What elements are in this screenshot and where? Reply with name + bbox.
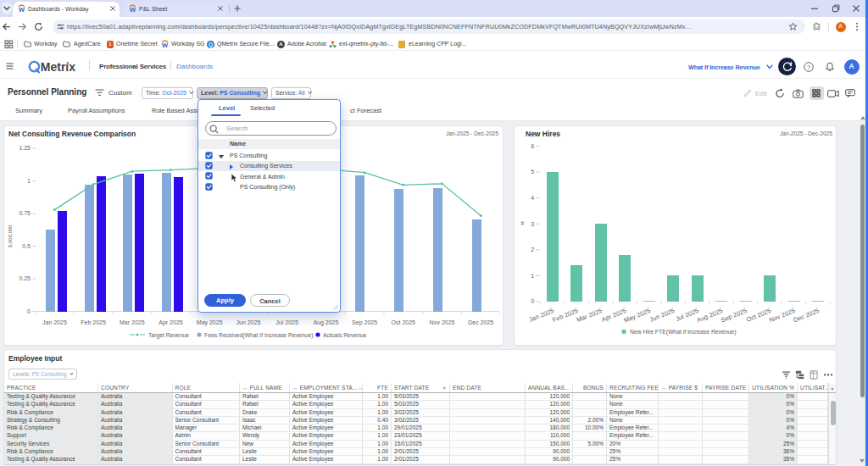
svg-text:#: #	[521, 220, 525, 226]
svg-text:1.25: 1.25	[19, 145, 31, 151]
svg-text:Apr 2025: Apr 2025	[600, 307, 627, 324]
svg-text:?: ?	[806, 63, 810, 70]
svg-text:Actuals Revenue: Actuals Revenue	[323, 332, 367, 338]
svg-text:Nov 2025: Nov 2025	[430, 319, 455, 325]
svg-text:4: 4	[531, 195, 534, 201]
svg-text:Feb 2025: Feb 2025	[81, 319, 106, 325]
svg-text:Aug 2025: Aug 2025	[313, 319, 338, 326]
svg-text:Jul 2025: Jul 2025	[675, 307, 700, 323]
svg-text:Feb 2025: Feb 2025	[551, 307, 579, 324]
svg-text:0.75: 0.75	[19, 210, 31, 216]
svg-text:w: w	[129, 5, 136, 13]
svg-text:Oct 2025: Oct 2025	[392, 319, 416, 325]
svg-text:Apr 2025: Apr 2025	[159, 319, 183, 326]
svg-text:Sep 2025: Sep 2025	[352, 319, 377, 326]
svg-text:Nov 2025: Nov 2025	[768, 307, 796, 324]
svg-text:May 2025: May 2025	[623, 307, 652, 325]
svg-text:2: 2	[531, 247, 534, 252]
svg-text:0: 0	[27, 308, 31, 314]
svg-text:Mar 2025: Mar 2025	[576, 307, 604, 324]
svg-text:Sep 2025: Sep 2025	[720, 307, 748, 324]
svg-text:0.5: 0.5	[22, 243, 31, 249]
svg-text:Jan 2025: Jan 2025	[42, 319, 67, 325]
svg-text:0.25: 0.25	[19, 275, 31, 281]
svg-text:Jun 2025: Jun 2025	[648, 307, 676, 324]
svg-text:3: 3	[531, 221, 534, 227]
svg-text:New Hire FTE(What if Increase: New Hire FTE(What if Increase Revenue)	[630, 329, 736, 336]
svg-text:Metrıx: Metrıx	[41, 60, 75, 74]
svg-text:1: 1	[531, 273, 534, 279]
svg-text:w: w	[161, 41, 169, 48]
svg-text:Aug 2025: Aug 2025	[696, 307, 724, 324]
svg-text:Fees Received(What If Increase: Fees Received(What If Increase Revenue)	[204, 332, 313, 339]
svg-text:Jun 2025: Jun 2025	[236, 319, 260, 325]
svg-text:Target Revenue: Target Revenue	[148, 332, 189, 339]
svg-text:5: 5	[531, 169, 534, 175]
svg-text:Oct 2025: Oct 2025	[745, 307, 772, 324]
svg-text:6: 6	[531, 143, 534, 149]
svg-text:Dec 2025: Dec 2025	[793, 307, 821, 324]
svg-text:Mar 2025: Mar 2025	[120, 319, 145, 325]
svg-text:w: w	[18, 5, 25, 13]
svg-text:Jul 2025: Jul 2025	[275, 319, 298, 325]
svg-text:Jan 2025: Jan 2025	[528, 307, 555, 324]
svg-text:$,000,000: $,000,000	[8, 225, 13, 247]
svg-text:May 2025: May 2025	[197, 319, 223, 326]
svg-text:Dec 2025: Dec 2025	[468, 319, 493, 325]
svg-text:0: 0	[531, 298, 534, 304]
svg-text:1: 1	[27, 178, 31, 184]
